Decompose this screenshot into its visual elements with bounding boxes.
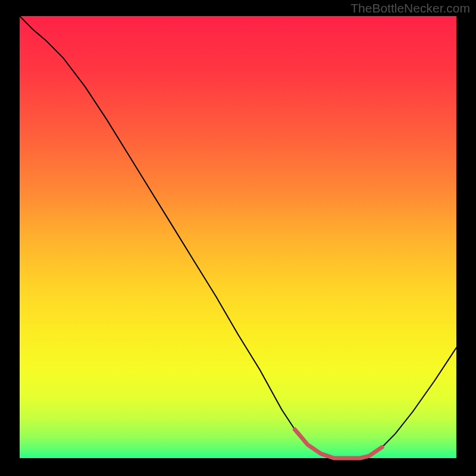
watermark-text: TheBottleNecker.com bbox=[350, 1, 470, 15]
gradient-background bbox=[20, 16, 456, 458]
bottleneck-chart bbox=[0, 0, 476, 476]
chart-stage: TheBottleNecker.com bbox=[0, 0, 476, 476]
